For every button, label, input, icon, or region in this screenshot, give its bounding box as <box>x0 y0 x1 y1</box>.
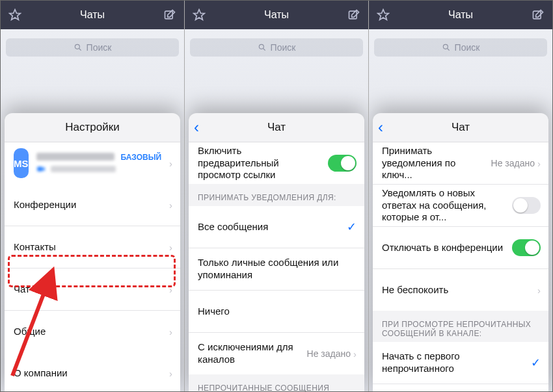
svg-point-2 <box>75 44 79 49</box>
search-icon <box>74 43 83 52</box>
row-link-preview[interactable]: Включить предварительный просмотр ссылки <box>189 142 364 184</box>
svg-line-14 <box>447 49 449 51</box>
check-icon: ✓ <box>347 220 357 234</box>
phone-chat-settings-2: Чаты Поиск ‹ Чат Принимать уведомления п… <box>369 1 552 391</box>
profile-row[interactable]: MS БАЗОВЫЙ › <box>5 142 180 184</box>
chevron-right-icon: › <box>169 326 172 337</box>
menu-conferences[interactable]: Конференции › <box>5 184 180 226</box>
row-reply-notif[interactable]: Уведомлять о новых ответах на сообщения,… <box>373 184 548 226</box>
back-button[interactable]: ‹ <box>378 120 383 135</box>
row-mute-in-meeting[interactable]: Отключать в конференции <box>373 226 548 268</box>
svg-point-13 <box>443 44 448 49</box>
chevron-right-icon: › <box>353 348 357 359</box>
chat-sheet: ‹ Чат Включить предварительный просмотр … <box>189 113 364 391</box>
chevron-right-icon: › <box>537 158 541 169</box>
svg-line-3 <box>79 49 81 51</box>
chevron-right-icon: › <box>537 285 541 296</box>
chevron-right-icon: › <box>169 200 172 211</box>
check-icon: ✓ <box>531 356 541 370</box>
svg-line-10 <box>263 49 265 51</box>
annotation-highlight <box>8 255 176 287</box>
navbar-title: Чаты <box>391 9 530 21</box>
svg-marker-0 <box>10 10 21 20</box>
camera-icon <box>36 164 46 174</box>
search-icon <box>258 43 267 52</box>
chevron-right-icon: › <box>169 368 172 379</box>
compose-icon[interactable] <box>530 7 546 23</box>
navbar-title: Чаты <box>207 9 346 21</box>
sheet-title: Настройки <box>5 113 180 142</box>
svg-point-9 <box>259 44 263 49</box>
chevron-right-icon: › <box>169 242 172 253</box>
compose-icon[interactable] <box>162 7 178 23</box>
section-notify: ПРИНИМАТЬ УВЕДОМЛЕНИЯ ДЛЯ: <box>189 184 364 206</box>
search-placeholder: Поиск <box>271 42 296 53</box>
sheet-title: Чат <box>452 121 470 134</box>
navbar: Чаты <box>185 1 368 29</box>
star-icon[interactable] <box>375 7 391 23</box>
chevron-right-icon: › <box>169 158 172 169</box>
phone-settings: Чаты Поиск Настройки MS <box>1 1 185 391</box>
menu-general[interactable]: Общие › <box>5 310 180 352</box>
settings-sheet: Настройки MS <box>5 113 180 391</box>
row-dm-only[interactable]: Только личные сообщения или упоминания <box>189 248 364 290</box>
search-placeholder: Поиск <box>87 42 112 53</box>
row-channel-exceptions[interactable]: С исключениями для каналов Не задано › <box>189 332 364 374</box>
search-input[interactable]: Поиск <box>374 38 547 57</box>
compose-icon[interactable] <box>346 7 362 23</box>
row-start-last[interactable]: Начать с последнего <box>373 384 548 391</box>
search-input[interactable]: Поиск <box>6 38 179 57</box>
blurred-name <box>36 153 116 174</box>
back-button[interactable]: ‹ <box>194 120 199 135</box>
sheet-title: Чат <box>267 121 286 134</box>
chat-sheet: ‹ Чат Принимать уведомления по ключ... Н… <box>373 113 548 391</box>
toggle-reply-notif[interactable] <box>512 197 541 214</box>
row-keyword-notif[interactable]: Принимать уведомления по ключ... Не зада… <box>373 142 548 184</box>
svg-marker-11 <box>378 10 389 20</box>
navbar: Чаты <box>1 1 184 29</box>
avatar: MS <box>14 148 29 178</box>
star-icon[interactable] <box>7 7 23 23</box>
search-input[interactable]: Поиск <box>190 38 363 57</box>
navbar: Чаты <box>369 1 552 29</box>
section-viewing: ПРИ ПРОСМОТРЕ НЕПРОЧИТАННЫХ СООБЩЕНИЙ В … <box>373 311 548 342</box>
row-dnd[interactable]: Не беспокоить › <box>373 268 548 311</box>
star-icon[interactable] <box>191 7 207 23</box>
row-nothing[interactable]: Ничего <box>189 290 364 332</box>
navbar-title: Чаты <box>23 9 162 21</box>
toggle-mute-in-meeting[interactable] <box>512 239 541 256</box>
search-placeholder: Поиск <box>455 42 480 53</box>
toggle-link-preview[interactable] <box>328 155 357 172</box>
search-icon <box>442 43 451 52</box>
svg-marker-7 <box>194 10 205 20</box>
section-unread: НЕПРОЧИТАННЫЕ СООБЩЕНИЯ <box>189 374 364 391</box>
row-start-first-unread[interactable]: Начать с первого непрочитанного ✓ <box>373 342 548 384</box>
plan-badge: БАЗОВЫЙ <box>121 153 162 162</box>
menu-about[interactable]: О компании › <box>5 352 180 391</box>
svg-rect-4 <box>37 167 42 172</box>
row-all-messages[interactable]: Все сообщения ✓ <box>189 206 364 248</box>
phone-chat-settings-1: Чаты Поиск ‹ Чат Включить предварительны… <box>185 1 369 391</box>
